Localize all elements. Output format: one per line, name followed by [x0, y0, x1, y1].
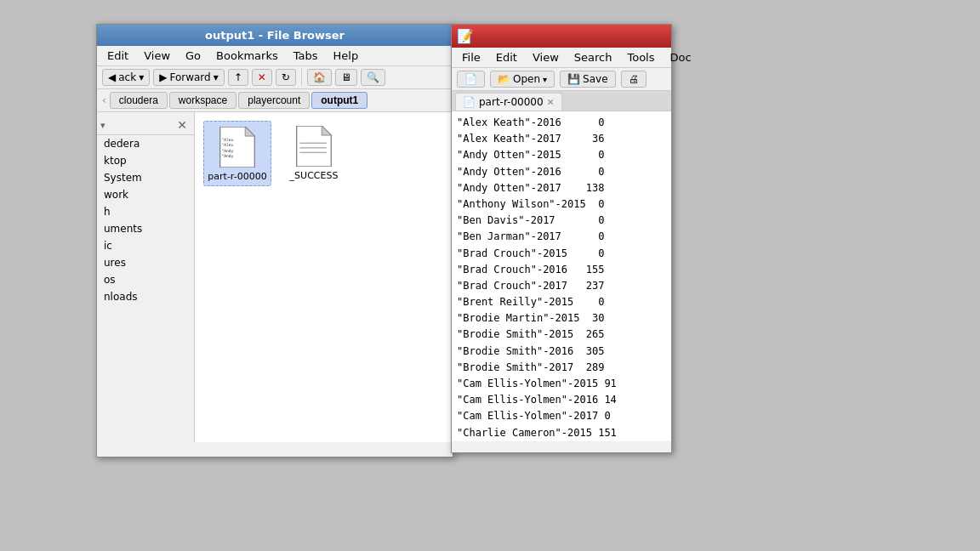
editor-menubar: File Edit View Search Tools Doc: [452, 48, 671, 68]
editor-line: "Brad Crouch"-2017 237: [457, 278, 666, 294]
file-browser-toolbar: ◀ ack ▾ ▶ Forward ▾ ↑ ✕ ↻ 🏠 🖥 🔍: [97, 66, 453, 89]
editor-line: "Cam Ellis-Yolmen"-2015 91: [457, 376, 666, 392]
search-button[interactable]: 🔍: [361, 69, 385, 86]
reload-icon: ↻: [282, 71, 290, 83]
tab-label: part-r-00000: [479, 96, 544, 108]
editor-line: "Ben Davis"-2017 0: [457, 213, 666, 229]
menu-edit[interactable]: Edit: [100, 48, 135, 64]
editor-line: "Cam Ellis-Yolmen"-2017 0: [457, 408, 666, 424]
sidebar-item-pictures[interactable]: ures: [97, 254, 194, 271]
svg-text:"Alex: "Alex: [222, 138, 234, 142]
tab-close-button[interactable]: ✕: [547, 97, 555, 108]
home-button[interactable]: 🏠: [307, 69, 332, 86]
menu-tabs[interactable]: Tabs: [287, 48, 325, 64]
editor-line: "Alex Keath"-2017 36: [457, 131, 666, 147]
sidebar-item-system[interactable]: System: [97, 169, 194, 186]
toolbar-separator: [301, 69, 302, 86]
svg-text:"Andy: "Andy: [222, 154, 234, 158]
back-dropdown-icon[interactable]: ▾: [139, 71, 144, 83]
forward-dropdown-icon[interactable]: ▾: [214, 71, 219, 83]
tab-file-icon: 📄: [463, 96, 476, 108]
editor-menu-search[interactable]: Search: [567, 49, 619, 65]
menu-bookmarks[interactable]: Bookmarks: [209, 48, 285, 64]
file-item-success[interactable]: _SUCCESS: [280, 121, 348, 186]
editor-titlebar: 📝: [452, 25, 671, 48]
editor-menu-edit[interactable]: Edit: [489, 49, 524, 65]
editor-tab-part-r-00000[interactable]: 📄 part-r-00000 ✕: [455, 93, 562, 111]
sidebar-toggle-icon[interactable]: ▾: [100, 120, 105, 131]
editor-line: "Andy Otten"-2015 0: [457, 147, 666, 163]
stop-button[interactable]: ✕: [252, 69, 272, 86]
file-browser-title: output1 - File Browser: [205, 29, 345, 42]
content-area: ▾ ✕ dedera ktop System work h uments i: [97, 112, 453, 442]
sidebar-item-documents[interactable]: uments: [97, 220, 194, 237]
editor-content[interactable]: "Alex Keath"-2016 0"Alex Keath"-2017 36"…: [452, 111, 671, 441]
new-icon: 📄: [464, 73, 477, 85]
sidebar: ▾ ✕ dedera ktop System work h uments i: [97, 112, 195, 442]
breadcrumb-bar: ‹ cloudera workspace playercount output1: [97, 89, 453, 112]
file-browser-window: output1 - File Browser Edit View Go Book…: [96, 24, 453, 457]
editor-line: "Brad Crouch"-2016 155: [457, 262, 666, 278]
editor-line: "Brodie Smith"-2015 265: [457, 327, 666, 343]
breadcrumb-workspace[interactable]: workspace: [169, 92, 236, 109]
open-dropdown-icon[interactable]: ▾: [543, 75, 547, 84]
editor-line: "Andy Otten"-2017 138: [457, 180, 666, 196]
stop-icon: ✕: [258, 71, 266, 83]
up-arrow-icon: ↑: [234, 71, 242, 83]
print-button[interactable]: 🖨: [621, 71, 647, 88]
file-icon-success: [293, 124, 334, 168]
forward-button[interactable]: ▶ Forward ▾: [153, 69, 225, 86]
sidebar-item-desktop[interactable]: ktop: [97, 152, 194, 169]
menu-help[interactable]: Help: [327, 48, 366, 64]
computer-button[interactable]: 🖥: [335, 69, 357, 86]
breadcrumb-output1[interactable]: output1: [311, 92, 368, 109]
editor-tabs: 📄 part-r-00000 ✕: [452, 91, 671, 111]
editor-line: "Charlie Cameron"-2015 151: [457, 425, 666, 441]
editor-line: "Cam Ellis-Yolmen"-2016 14: [457, 392, 666, 408]
file-item-part-r-00000[interactable]: "Alex "Alex "Andy "Andy part-r-00000: [203, 121, 271, 186]
editor-menu-doc[interactable]: Doc: [664, 49, 698, 65]
search-icon: 🔍: [367, 71, 379, 83]
editor-line: "Anthony Wilson"-2015 0: [457, 196, 666, 213]
sidebar-item-music[interactable]: ic: [97, 237, 194, 254]
sidebar-close-button[interactable]: ✕: [174, 118, 191, 132]
back-arrow-icon: ◀: [108, 71, 116, 83]
open-icon: 📂: [498, 73, 510, 85]
editor-line: "Brodie Smith"-2016 305: [457, 344, 666, 360]
sidebar-item-downloads[interactable]: nloads: [97, 288, 194, 305]
sidebar-item-videos[interactable]: os: [97, 271, 194, 288]
editor-line: "Brad Crouch"-2015 0: [457, 246, 666, 262]
sidebar-toolbar: ▾ ✕: [97, 116, 194, 135]
file-label-part-r-00000: part-r-00000: [208, 171, 266, 182]
open-button[interactable]: 📂 Open ▾: [490, 71, 555, 88]
editor-line: "Brodie Smith"-2017 289: [457, 360, 666, 376]
new-button[interactable]: 📄: [457, 71, 485, 88]
editor-toolbar: 📄 📂 Open ▾ 💾 Save 🖨: [452, 68, 671, 91]
svg-marker-7: [322, 126, 331, 135]
text-editor-window: 📝 File Edit View Search Tools Doc 📄 📂 Op…: [451, 24, 672, 453]
editor-menu-file[interactable]: File: [455, 49, 487, 65]
svg-text:"Alex: "Alex: [222, 143, 234, 147]
sidebar-item-work[interactable]: work: [97, 186, 194, 203]
breadcrumb-playercount[interactable]: playercount: [238, 92, 310, 109]
save-button[interactable]: 💾 Save: [560, 71, 615, 88]
svg-marker-1: [245, 127, 254, 136]
reload-button[interactable]: ↻: [276, 69, 296, 86]
print-icon: 🖨: [629, 73, 639, 85]
menu-go[interactable]: Go: [179, 48, 208, 64]
sidebar-item-h[interactable]: h: [97, 203, 194, 220]
editor-menu-view[interactable]: View: [526, 49, 566, 65]
home-icon: 🏠: [313, 71, 326, 83]
breadcrumb-back-chevron[interactable]: ‹: [100, 94, 108, 106]
main-content: "Alex "Alex "Andy "Andy part-r-00000: [195, 112, 453, 442]
menu-view[interactable]: View: [137, 48, 177, 64]
editor-menu-tools[interactable]: Tools: [620, 49, 661, 65]
editor-line: "Brodie Martin"-2015 30: [457, 310, 666, 327]
up-button[interactable]: ↑: [228, 69, 248, 86]
editor-line: "Alex Keath"-2016 0: [457, 115, 666, 131]
file-browser-titlebar: output1 - File Browser: [97, 25, 453, 46]
computer-icon: 🖥: [341, 71, 351, 83]
sidebar-item-dedera[interactable]: dedera: [97, 135, 194, 152]
back-button[interactable]: ◀ ack ▾: [102, 69, 150, 86]
breadcrumb-cloudera[interactable]: cloudera: [110, 92, 168, 109]
